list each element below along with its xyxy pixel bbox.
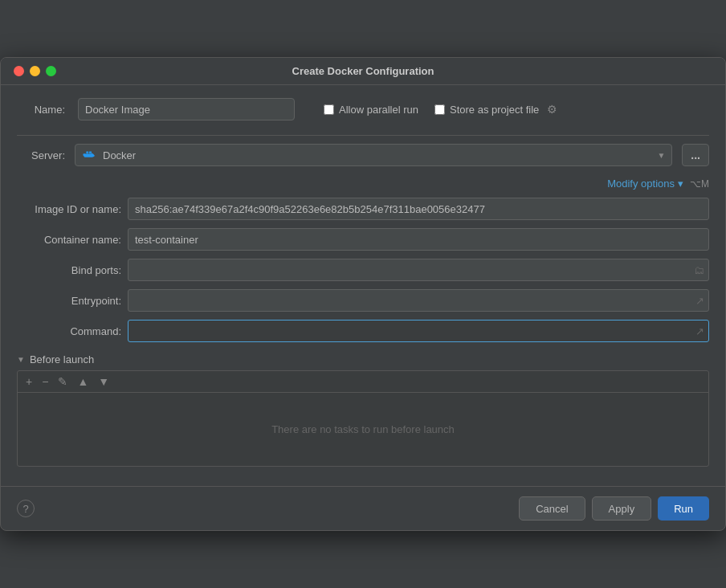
empty-message-text: There are no tasks to run before launch	[271, 423, 455, 435]
title-bar: Create Docker Configuration	[1, 58, 725, 85]
footer-buttons: Cancel Apply Run	[519, 496, 709, 521]
modify-options-link[interactable]: Modify options ▾	[607, 178, 683, 190]
maximize-button[interactable]	[46, 66, 56, 76]
before-launch-header: ▼ Before launch	[17, 353, 709, 365]
store-as-project-file-label: Store as project file	[450, 104, 539, 116]
server-dropdown-text: Docker	[103, 149, 651, 161]
docker-icon	[82, 148, 96, 162]
command-label: Command:	[17, 325, 121, 337]
store-as-project-file-check[interactable]	[434, 104, 445, 115]
cancel-button[interactable]: Cancel	[519, 496, 585, 521]
modify-options-row: Modify options ▾ ⌥M	[17, 178, 709, 190]
server-row: Server: Docker ▼ ...	[17, 144, 709, 166]
bind-ports-row: Bind ports: 🗂	[17, 259, 709, 281]
dialog-content: Name: Allow parallel run Store as projec…	[1, 85, 725, 480]
name-label: Name:	[17, 104, 65, 116]
name-row: Name: Allow parallel run Store as projec…	[17, 98, 709, 120]
bind-ports-label: Bind ports:	[17, 264, 121, 276]
window-title: Create Docker Configuration	[292, 65, 434, 77]
before-launch-section: ▼ Before launch + − ✎ ▲ ▼ There are no t…	[17, 353, 709, 467]
close-button[interactable]	[14, 66, 24, 76]
server-label: Server:	[17, 149, 65, 161]
gear-icon: ⚙	[547, 103, 557, 116]
window-controls	[14, 66, 56, 76]
minimize-button[interactable]	[30, 66, 40, 76]
before-launch-toolbar: + − ✎ ▲ ▼	[18, 371, 708, 393]
dropdown-arrow-icon: ▼	[657, 151, 665, 160]
entrypoint-label: Entrypoint:	[17, 295, 121, 307]
store-as-project-file-checkbox[interactable]: Store as project file ⚙	[434, 103, 557, 116]
checkboxes-group: Allow parallel run Store as project file…	[324, 103, 557, 116]
image-id-row: Image ID or name:	[17, 198, 709, 220]
dialog: Create Docker Configuration Name: Allow …	[0, 57, 726, 531]
svg-rect-2	[86, 152, 88, 153]
entrypoint-row: Entrypoint: ↗	[17, 289, 709, 312]
bind-ports-wrapper: 🗂	[128, 259, 709, 281]
apply-button[interactable]: Apply	[592, 496, 652, 521]
image-id-label: Image ID or name:	[17, 203, 121, 215]
collapse-arrow-icon[interactable]: ▼	[17, 355, 25, 364]
dialog-footer: ? Cancel Apply Run	[1, 486, 725, 530]
container-name-row: Container name:	[17, 228, 709, 251]
run-button[interactable]: Run	[658, 496, 709, 521]
remove-task-button[interactable]: −	[39, 374, 51, 389]
container-name-label: Container name:	[17, 234, 121, 246]
modify-options-shortcut: ⌥M	[690, 178, 709, 190]
command-wrapper: ↗	[128, 320, 709, 342]
command-row: Command: ↗	[17, 320, 709, 342]
help-button[interactable]: ?	[17, 500, 35, 517]
divider-1	[17, 135, 709, 136]
move-down-button[interactable]: ▼	[95, 374, 112, 389]
allow-parallel-run-check[interactable]	[324, 104, 334, 115]
move-up-button[interactable]: ▲	[74, 374, 92, 389]
image-id-input[interactable]	[128, 198, 709, 220]
before-launch-body: + − ✎ ▲ ▼ There are no tasks to run befo…	[17, 370, 709, 467]
edit-task-button[interactable]: ✎	[55, 374, 71, 389]
modify-options-arrow-icon: ▾	[678, 178, 683, 190]
command-input[interactable]	[128, 320, 709, 342]
name-input[interactable]	[78, 98, 295, 120]
before-launch-title: Before launch	[30, 353, 94, 365]
allow-parallel-run-label: Allow parallel run	[339, 104, 418, 116]
allow-parallel-run-checkbox[interactable]: Allow parallel run	[324, 104, 418, 116]
server-dropdown[interactable]: Docker ▼	[75, 144, 672, 166]
more-button[interactable]: ...	[682, 144, 709, 166]
bind-ports-input[interactable]	[128, 259, 709, 281]
add-task-button[interactable]: +	[22, 374, 35, 389]
modify-options-label: Modify options	[607, 178, 675, 190]
before-launch-empty-message: There are no tasks to run before launch	[18, 393, 708, 465]
entrypoint-wrapper: ↗	[128, 289, 709, 312]
entrypoint-input[interactable]	[128, 289, 709, 312]
svg-rect-4	[89, 152, 92, 153]
container-name-input[interactable]	[128, 228, 709, 251]
